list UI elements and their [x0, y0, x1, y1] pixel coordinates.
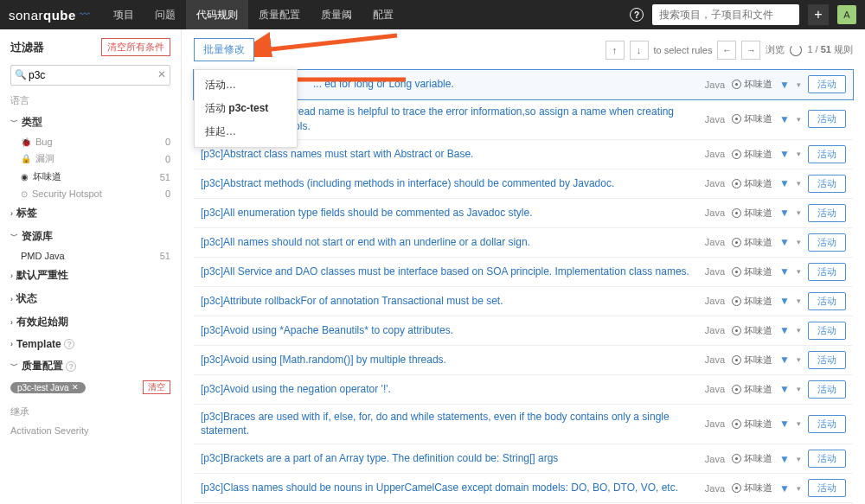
- facet-type[interactable]: ﹀类型: [10, 111, 170, 134]
- chevron-down-icon[interactable]: ▾: [797, 355, 801, 364]
- facet-severity[interactable]: ›默认严重性: [10, 264, 170, 287]
- facet-qp[interactable]: ﹀质量配置 ?: [10, 354, 170, 378]
- rule-link[interactable]: [p3c]Class names should be nouns in Uppe…: [201, 481, 698, 495]
- search-input-side[interactable]: [10, 65, 170, 86]
- avatar[interactable]: A: [837, 5, 856, 24]
- filter-icon[interactable]: ▼: [779, 383, 790, 395]
- filter-icon[interactable]: ▼: [779, 265, 790, 278]
- chevron-down-icon[interactable]: ▾: [797, 385, 801, 393]
- rule-link[interactable]: [p3c]Brackets are a part of an Array typ…: [201, 451, 698, 466]
- filter-icon[interactable]: ▼: [779, 354, 790, 366]
- clear-all-button[interactable]: 清空所有条件: [101, 38, 170, 56]
- rule-link[interactable]: [p3c]Braces are used with if, else, for,…: [201, 410, 698, 439]
- chevron-down-icon[interactable]: ▾: [797, 238, 801, 246]
- filter-icon[interactable]: ▼: [779, 295, 790, 307]
- rule-link[interactable]: [p3c]Abstract class names must start wit…: [201, 147, 698, 162]
- repo-item[interactable]: PMD Java 51: [10, 248, 170, 264]
- smell-icon: ◉: [21, 172, 29, 182]
- chevron-down-icon[interactable]: ▾: [797, 179, 801, 188]
- nav-profiles[interactable]: 质量配置: [248, 0, 311, 29]
- help-icon[interactable]: ?: [64, 339, 74, 349]
- activate-button[interactable]: 活动: [808, 204, 846, 222]
- filter-icon[interactable]: ▼: [779, 418, 790, 430]
- dd-activate[interactable]: 活动…: [195, 73, 297, 97]
- rule-type: 坏味道: [732, 383, 772, 396]
- dd-deactivate[interactable]: 挂起…: [195, 120, 297, 144]
- filter-icon[interactable]: ▼: [779, 236, 790, 248]
- rule-link[interactable]: [p3c]All Service and DAO classes must be…: [201, 265, 698, 279]
- chevron-down-icon[interactable]: ▾: [797, 150, 801, 158]
- close-icon[interactable]: ✕: [72, 383, 79, 392]
- filter-icon[interactable]: ▼: [779, 148, 790, 160]
- chevron-down-icon[interactable]: ▾: [797, 80, 801, 89]
- activate-button[interactable]: 活动: [808, 322, 846, 340]
- plus-button[interactable]: +: [808, 4, 829, 25]
- filter-icon[interactable]: ▼: [779, 113, 790, 125]
- filter-icon[interactable]: ▼: [779, 482, 790, 494]
- clear-qp-button[interactable]: 清空: [143, 380, 170, 394]
- filter-icon[interactable]: ▼: [779, 177, 790, 189]
- rule-link[interactable]: [p3c]Abstract methods (including methods…: [201, 176, 698, 191]
- logo[interactable]: sonarqube 〰: [9, 8, 90, 22]
- down-button[interactable]: ↓: [630, 41, 649, 60]
- type-item[interactable]: ⊙Security Hotspot0: [10, 186, 170, 201]
- prev-button[interactable]: ←: [717, 41, 736, 60]
- nav-projects[interactable]: 项目: [103, 0, 144, 29]
- help-icon[interactable]: ?: [66, 361, 76, 372]
- search-input-top[interactable]: [652, 4, 799, 25]
- chevron-down-icon[interactable]: ▾: [797, 208, 801, 217]
- chevron-down-icon[interactable]: ▾: [797, 267, 801, 276]
- activate-button[interactable]: 活动: [808, 233, 846, 252]
- filter-icon[interactable]: ▼: [779, 79, 790, 91]
- activate-button[interactable]: 活动: [808, 351, 846, 369]
- rule-link[interactable]: [p3c]Avoid using the negation operator '…: [201, 382, 698, 397]
- activate-button[interactable]: 活动: [808, 263, 846, 281]
- qp-tag[interactable]: p3c-test Java✕: [10, 382, 86, 393]
- bulk-change-button[interactable]: 批量修改: [194, 38, 254, 61]
- rule-link[interactable]: [p3c]Attribute rollbackFor of annotation…: [201, 294, 698, 309]
- up-button[interactable]: ↑: [606, 41, 625, 60]
- dd-activate-p3c[interactable]: 活动 p3c-test: [195, 97, 297, 120]
- rule-link[interactable]: [p3c]Avoid using [Math.random()] by mult…: [201, 353, 698, 367]
- filter-icon[interactable]: ▼: [779, 207, 790, 219]
- activate-button[interactable]: 活动: [808, 145, 846, 163]
- facet-template[interactable]: ›Template ?: [10, 334, 170, 354]
- filter-icon[interactable]: ▼: [779, 324, 790, 336]
- nav-rules[interactable]: 代码规则: [186, 0, 248, 29]
- type-item[interactable]: ◉坏味道51: [10, 168, 170, 186]
- filter-icon[interactable]: ▼: [779, 453, 790, 465]
- activate-button[interactable]: 活动: [808, 380, 846, 399]
- activate-button[interactable]: 活动: [808, 479, 846, 497]
- facet-status[interactable]: ›状态: [10, 287, 170, 310]
- activate-button[interactable]: 活动: [808, 175, 846, 193]
- chevron-down-icon[interactable]: ▾: [797, 419, 801, 428]
- type-item[interactable]: 🐞Bug0: [10, 134, 170, 150]
- rule-link[interactable]: [p3c]All names should not start or end w…: [201, 235, 698, 250]
- type-item[interactable]: 🔒漏洞0: [10, 150, 170, 168]
- clear-search-icon[interactable]: ✕: [157, 68, 166, 80]
- chevron-right-icon: ›: [10, 318, 13, 327]
- activate-button[interactable]: 活动: [808, 292, 846, 310]
- facet-tags[interactable]: ›标签: [10, 201, 170, 225]
- nav-gates[interactable]: 质量阈: [311, 0, 362, 29]
- rule-link[interactable]: [p3c]Avoid using *Apache Beanutils* to c…: [201, 323, 698, 338]
- rule-link[interactable]: [p3c]All enumeration type fields should …: [201, 206, 698, 220]
- activate-button[interactable]: 活动: [808, 75, 846, 93]
- nav-config[interactable]: 配置: [362, 0, 404, 29]
- activate-button[interactable]: 活动: [808, 415, 846, 433]
- chevron-down-icon[interactable]: ▾: [797, 484, 801, 493]
- facet-since[interactable]: ›有效起始期: [10, 310, 170, 334]
- smell-icon: [732, 238, 741, 247]
- facet-repo[interactable]: ﹀资源库: [10, 225, 170, 248]
- activate-button[interactable]: 活动: [808, 110, 846, 128]
- chevron-down-icon[interactable]: ▾: [797, 455, 801, 463]
- activate-button[interactable]: 活动: [808, 450, 846, 468]
- reload-icon[interactable]: [790, 44, 802, 56]
- chevron-down-icon[interactable]: ▾: [797, 326, 801, 335]
- next-button[interactable]: →: [741, 41, 760, 60]
- nav-issues[interactable]: 问题: [144, 0, 186, 29]
- help-icon[interactable]: ?: [630, 8, 644, 22]
- arrow-annotation: [254, 31, 401, 57]
- chevron-down-icon[interactable]: ▾: [797, 115, 801, 124]
- chevron-down-icon[interactable]: ▾: [797, 297, 801, 305]
